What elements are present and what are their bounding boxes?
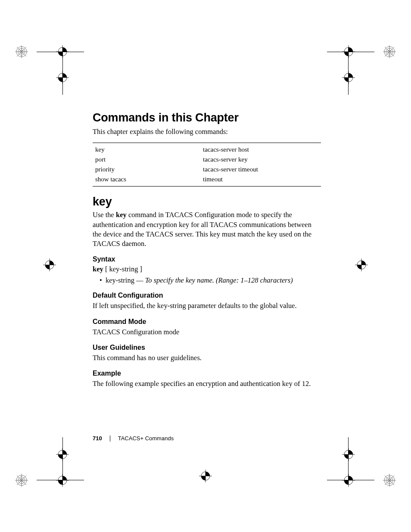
registration-mark-icon [342,448,355,461]
footer-divider [110,436,110,442]
example-body: The following example specifies an encry… [93,379,321,389]
default-config-body: If left unspecified, the key-string para… [93,301,321,311]
crop-mark-top-right [327,34,387,95]
key-description: Use the key command in TACACS Configurat… [93,210,321,249]
intro-text: This chapter explains the following comm… [93,127,321,137]
table-row: show tacacs timeout [93,174,321,184]
registration-mark-icon [56,448,69,461]
heading-command-mode: Command Mode [93,318,321,326]
registration-mark-icon [342,45,355,58]
heading-syntax: Syntax [93,255,321,263]
crop-mark-bottom-left [24,437,84,498]
registration-mark-icon [56,474,69,487]
user-guidelines-body: This command has no user guidelines. [93,353,321,363]
radial-mark-icon [383,45,396,58]
table-row: key tacacs-server host [93,145,321,155]
radial-mark-icon [15,474,28,487]
syntax-bullet: •key-string — To specify the key name. (… [93,276,321,285]
registration-mark-icon [43,258,56,271]
page-number: 710 [93,435,102,442]
footer-section-title: TACACS+ Commands [118,435,174,442]
table-cell: key [95,146,203,153]
table-cell: tacacs-server host [203,146,318,153]
table-cell: show tacacs [95,176,203,183]
radial-mark-icon [15,45,28,58]
commands-table: key tacacs-server host port tacacs-serve… [93,143,321,187]
heading-user-guidelines: User Guidelines [93,344,321,352]
page-content: Commands in this Chapter This chapter ex… [93,111,321,393]
page-root: Commands in this Chapter This chapter ex… [0,0,411,532]
registration-mark-icon [342,71,355,84]
table-cell: timeout [203,176,318,183]
page-footer: 710 TACACS+ Commands [93,435,174,442]
heading-key: key [93,195,321,208]
registration-mark-icon [355,258,368,271]
registration-mark-icon [342,474,355,487]
heading-default-config: Default Configuration [93,292,321,299]
crop-mark-bottom-right [327,437,387,498]
command-mode-body: TACACS Configuration mode [93,327,321,337]
heading-commands-in-chapter: Commands in this Chapter [93,111,321,124]
table-cell: port [95,156,203,163]
heading-example: Example [93,370,321,377]
table-cell: priority [95,166,203,173]
table-cell: tacacs-server key [203,156,318,163]
registration-mark-icon [199,470,212,482]
radial-mark-icon [383,474,396,487]
registration-mark-icon [56,71,69,84]
crop-mark-top-left [24,34,84,95]
syntax-line: key [ key-string ] [93,265,321,274]
table-cell: tacacs-server timeout [203,166,318,173]
registration-mark-icon [56,45,69,58]
table-row: priority tacacs-server timeout [93,165,321,174]
table-row: port tacacs-server key [93,155,321,165]
